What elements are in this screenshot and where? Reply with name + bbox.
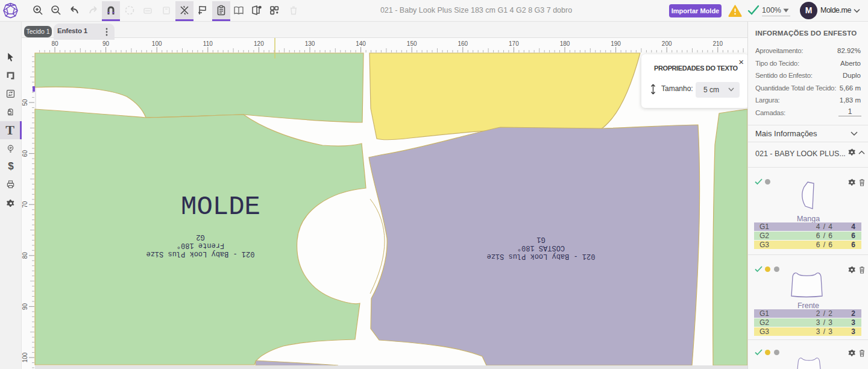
svg-text:50: 50 — [22, 99, 28, 106]
svg-text:180: 180 — [560, 40, 570, 47]
svg-text:160: 160 — [458, 40, 468, 47]
svg-text:110: 110 — [203, 40, 213, 47]
svg-text:210: 210 — [712, 40, 723, 47]
svg-text:140: 140 — [356, 40, 366, 47]
svg-text:190: 190 — [611, 40, 621, 47]
svg-text:130: 130 — [305, 40, 315, 47]
svg-text:120: 120 — [254, 40, 264, 47]
svg-text:150: 150 — [407, 40, 417, 47]
svg-text:80: 80 — [22, 252, 28, 259]
svg-text:100: 100 — [22, 352, 28, 362]
svg-text:100: 100 — [152, 40, 162, 47]
svg-text:90: 90 — [102, 40, 110, 47]
svg-text:200: 200 — [662, 40, 672, 47]
svg-text:90: 90 — [22, 303, 28, 310]
svg-text:70: 70 — [22, 201, 28, 208]
svg-text:170: 170 — [509, 40, 519, 47]
svg-text:80: 80 — [51, 40, 58, 47]
svg-text:60: 60 — [22, 150, 28, 157]
